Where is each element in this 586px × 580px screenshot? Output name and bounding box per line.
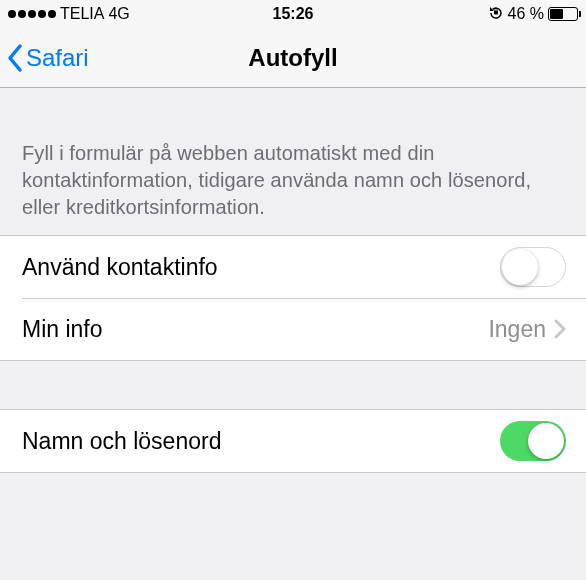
row-label: Namn och lösenord: [22, 428, 221, 455]
clock: 15:26: [273, 5, 314, 23]
status-right: 46 %: [488, 4, 578, 24]
back-button[interactable]: Safari: [0, 43, 89, 73]
group-contact: Använd kontaktinfo Min info Ingen: [0, 235, 586, 361]
row-label: Använd kontaktinfo: [22, 254, 218, 281]
row-value: Ingen: [488, 316, 546, 343]
nav-bar: Safari Autofyll: [0, 28, 586, 88]
row-names-passwords[interactable]: Namn och lösenord: [0, 410, 586, 472]
chevron-right-icon: [554, 319, 566, 339]
row-use-contact-info[interactable]: Använd kontaktinfo: [0, 236, 586, 298]
row-label: Min info: [22, 316, 103, 343]
signal-strength-icon: [8, 10, 56, 18]
page-title: Autofyll: [248, 44, 337, 72]
status-bar: TELIA 4G 15:26 46 %: [0, 0, 586, 28]
group-passwords: Namn och lösenord: [0, 409, 586, 473]
back-label: Safari: [26, 44, 89, 72]
battery-pct: 46 %: [508, 5, 544, 23]
row-my-info[interactable]: Min info Ingen: [0, 298, 586, 360]
section-description: Fyll i formulär på webben automatiskt me…: [0, 88, 586, 235]
status-left: TELIA 4G: [8, 5, 130, 23]
orientation-lock-icon: [488, 4, 504, 24]
toggle-use-contact-info[interactable]: [500, 247, 566, 287]
carrier-label: TELIA: [60, 5, 104, 23]
toggle-names-passwords[interactable]: [500, 421, 566, 461]
network-label: 4G: [108, 5, 129, 23]
svg-rect-0: [494, 11, 498, 15]
chevron-left-icon: [6, 43, 24, 73]
battery-icon: [548, 7, 578, 21]
